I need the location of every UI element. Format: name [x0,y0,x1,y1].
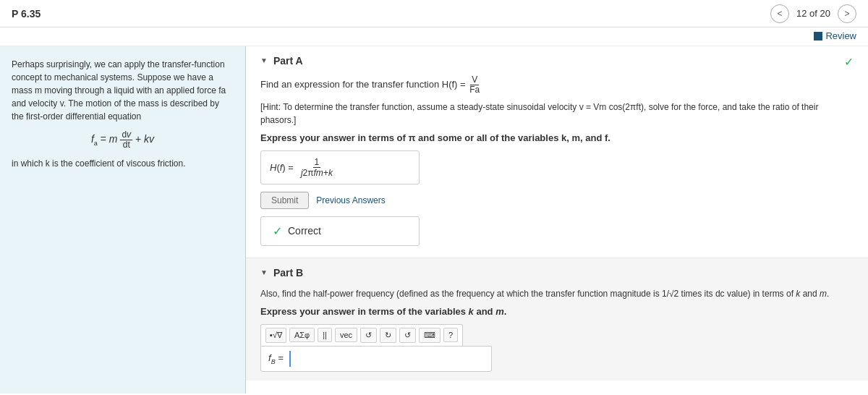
part-a-hint: [Hint: To determine the transfer functio… [260,101,854,127]
keyboard-button[interactable]: ⌨ [419,328,441,343]
review-bar: Review [0,27,868,46]
matrix-button[interactable]: ▪ √∇ [265,328,286,343]
part-b-label: Part B [273,267,303,279]
matrix-label: √∇ [273,331,282,340]
part-b-express: Express your answer in terms of the vari… [260,306,854,317]
part-b-triangle: ▼ [260,268,268,276]
vec-button[interactable]: vec [335,328,357,342]
correct-checkmark: ✓ [273,224,282,238]
correct-box: ✓ Correct [260,216,420,246]
prev-button[interactable]: < [770,4,789,23]
sidebar-equation: fa = m dvdt + kv [12,130,234,150]
part-b-input-row: fB = [260,346,492,372]
alpha-button[interactable]: ΑΣφ [289,328,315,342]
answer-fraction: 1 j2πfm+k [299,157,334,178]
part-a-triangle: ▼ [260,56,268,64]
part-b-question: Also, find the half-power frequency (def… [260,287,854,300]
page-count: 12 of 20 [796,8,830,19]
math-toolbar: ▪ √∇ ΑΣφ || vec ↺ ↻ ↺ ⌨ ? [260,324,463,346]
answer-lhs: H(f) = 1 j2πfm+k [270,157,410,178]
sidebar-note: in which k is the coefficient of viscous… [12,157,234,170]
problem-id: P 6.35 [12,8,41,20]
part-b-input[interactable] [289,351,484,367]
top-bar: P 6.35 < 12 of 20 > [0,0,868,27]
parallel-button[interactable]: || [318,328,332,342]
part-b-section: ▼ Part B Also, find the half-power frequ… [246,258,868,381]
main-layout: Perhaps surprisingly, we can apply the t… [0,46,868,394]
next-button[interactable]: > [838,4,856,23]
pagination: < 12 of 20 > [770,4,856,23]
redo-button[interactable]: ↻ [380,328,396,343]
input-label: fB = [268,352,284,365]
correct-label: Correct [288,225,321,237]
help-button[interactable]: ? [443,328,458,342]
part-a-header[interactable]: ▼ Part A [260,55,844,67]
part-a-label: Part A [273,55,303,67]
review-icon [814,32,822,41]
part-a-checkmark: ✓ [844,55,854,69]
review-link[interactable]: Review [814,30,856,41]
submit-button[interactable]: Submit [260,192,309,209]
answer-lhs-label: H(f) = [270,162,294,173]
submit-row: Submit Previous Answers [260,192,854,209]
part-a-answer-box: H(f) = 1 j2πfm+k [260,150,420,184]
undo-button[interactable]: ↺ [360,328,377,343]
refresh-button[interactable]: ↺ [399,328,416,343]
part-b-header[interactable]: ▼ Part B [260,267,854,279]
part-a-question: Find an expression for the transfer func… [260,75,854,95]
previous-answers-link[interactable]: Previous Answers [316,195,385,205]
part-a-express: Express your answer in terms of π and so… [260,132,854,143]
sidebar-paragraph: Perhaps surprisingly, we can apply the t… [12,58,234,123]
sidebar: Perhaps surprisingly, we can apply the t… [0,46,246,394]
part-a-section: ✓ ▼ Part A Find an expression for the tr… [246,46,868,258]
content-area: ✓ ▼ Part A Find an expression for the tr… [246,46,868,394]
math-toolbar-wrapper: ▪ √∇ ΑΣφ || vec ↺ ↻ ↺ ⌨ ? fB = [260,324,492,372]
transfer-fn-fraction: V Fa [468,75,481,95]
